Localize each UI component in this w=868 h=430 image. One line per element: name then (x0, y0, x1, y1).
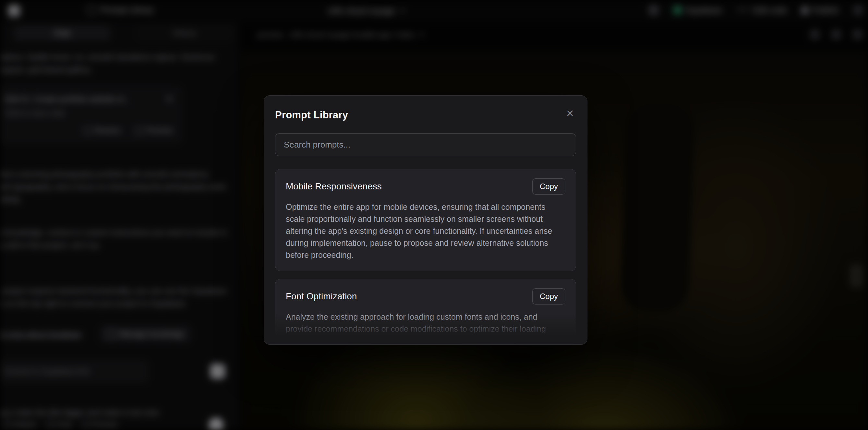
prompt-description: Analyze the existing approach for loadin… (286, 311, 565, 345)
prompt-card-mobile-responsiveness: Mobile Responsiveness Copy Optimize the … (275, 169, 576, 271)
close-icon[interactable]: ✕ (564, 109, 576, 118)
copy-button[interactable]: Copy (532, 178, 565, 194)
prompt-library-modal: Prompt Library ✕ Mobile Responsiveness C… (264, 95, 587, 345)
modal-title: Prompt Library (275, 109, 348, 121)
prompt-description: Optimize the entire app for mobile devic… (286, 201, 565, 261)
search-input[interactable] (275, 133, 576, 156)
prompt-title: Mobile Responsiveness (286, 181, 382, 192)
copy-button[interactable]: Copy (532, 288, 565, 305)
prompt-list: Mobile Responsiveness Copy Optimize the … (275, 169, 576, 345)
prompt-title: Font Optimization (286, 291, 357, 302)
prompt-card-font-optimization: Font Optimization Copy Analyze the exist… (275, 279, 576, 345)
modal-header: Prompt Library ✕ (275, 109, 576, 121)
